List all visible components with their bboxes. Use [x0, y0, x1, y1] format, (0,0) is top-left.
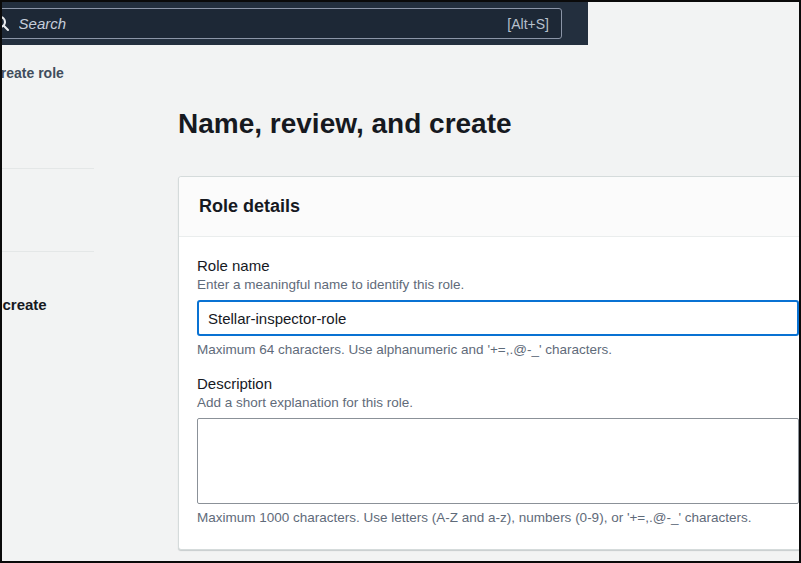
- step-3-current-title: Name, review, and create: [0, 296, 47, 313]
- search-bar[interactable]: [Alt+S]: [0, 8, 562, 39]
- aws-console-window: aws Services [Alt+S] IAM: [0, 0, 801, 563]
- description-label: Description: [197, 375, 799, 392]
- wizard-step-1: Step 1 Select trusted entity: [0, 104, 94, 148]
- card-header: Role details: [179, 177, 801, 237]
- description-description: Add a short explanation for this role.: [197, 395, 799, 410]
- wizard-steps-nav: Step 1 Select trusted entity Step 2 Add …: [0, 104, 94, 314]
- card-body: Role name Enter a meaningful name to ide…: [179, 237, 801, 549]
- card-title: Role details: [199, 196, 300, 216]
- step-1-label: Step 1: [0, 104, 94, 120]
- role-name-input[interactable]: [197, 300, 799, 336]
- wizard-step-3: Step 3 Name, review, and create: [0, 270, 94, 314]
- search-input[interactable]: [19, 15, 508, 32]
- role-details-card: Role details Role name Enter a meaningfu…: [178, 176, 801, 550]
- description-constraint: Maximum 1000 characters. Use letters (A-…: [197, 510, 799, 525]
- page-title: Name, review, and create: [178, 108, 512, 140]
- breadcrumb-current-page: Create role: [0, 65, 64, 81]
- step-2-label: Step 2: [0, 187, 94, 203]
- wizard-step-2: Step 2 Add permissions: [0, 187, 94, 231]
- breadcrumb: IAM Roles Create role: [0, 65, 64, 81]
- role-name-field-group: Role name Enter a meaningful name to ide…: [197, 257, 799, 357]
- step-divider: [0, 168, 94, 169]
- page-content: IAM Roles Create role Step 1 Select trus…: [0, 45, 588, 561]
- description-textarea[interactable]: [197, 418, 799, 504]
- role-name-description: Enter a meaningful name to identify this…: [197, 277, 799, 292]
- role-name-constraint: Maximum 64 characters. Use alphanumeric …: [197, 342, 799, 357]
- description-field-group: Description Add a short explanation for …: [197, 375, 799, 525]
- role-name-label: Role name: [197, 257, 799, 274]
- top-navigation-bar: aws Services [Alt+S]: [0, 2, 588, 45]
- step-divider: [0, 251, 94, 252]
- step-3-label: Step 3: [0, 270, 94, 286]
- search-icon: [0, 15, 10, 32]
- search-shortcut-hint: [Alt+S]: [507, 16, 549, 32]
